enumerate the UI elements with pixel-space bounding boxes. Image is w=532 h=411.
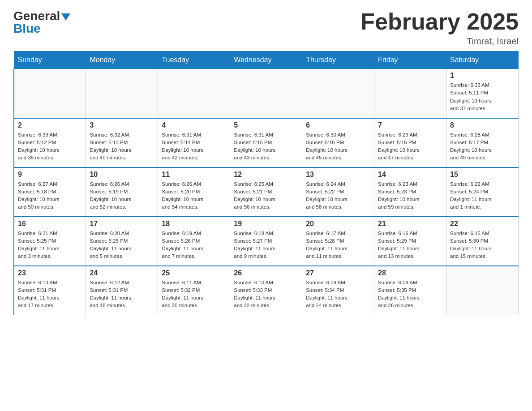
calendar-header-row: SundayMondayTuesdayWednesdayThursdayFrid… [14,51,519,69]
calendar-cell [230,69,302,118]
day-number: 5 [234,121,298,129]
calendar-cell [302,69,374,118]
day-info: Sunrise: 6:18 AM Sunset: 5:27 PM Dayligh… [234,230,298,261]
day-info: Sunrise: 6:16 AM Sunset: 5:29 PM Dayligh… [378,230,442,261]
calendar-cell [86,69,158,118]
day-header-saturday: Saturday [446,51,519,69]
day-info: Sunrise: 6:21 AM Sunset: 5:25 PM Dayligh… [18,230,82,261]
day-number: 1 [450,72,515,80]
calendar-cell: 13Sunrise: 6:24 AM Sunset: 5:22 PM Dayli… [302,167,374,217]
day-header-thursday: Thursday [302,51,374,69]
day-info: Sunrise: 6:26 AM Sunset: 5:20 PM Dayligh… [162,180,226,211]
day-number: 2 [18,121,82,129]
calendar-week-row: 9Sunrise: 6:27 AM Sunset: 5:18 PM Daylig… [14,167,519,217]
day-header-tuesday: Tuesday [158,51,230,69]
day-number: 20 [306,220,370,228]
day-info: Sunrise: 6:09 AM Sunset: 5:34 PM Dayligh… [306,279,370,310]
calendar-cell: 10Sunrise: 6:26 AM Sunset: 5:19 PM Dayli… [86,167,158,217]
day-number: 12 [234,171,298,179]
calendar-cell: 14Sunrise: 6:23 AM Sunset: 5:23 PM Dayli… [374,167,446,217]
calendar-table: SundayMondayTuesdayWednesdayThursdayFrid… [13,51,519,315]
day-number: 27 [306,269,370,277]
day-header-wednesday: Wednesday [230,51,302,69]
calendar-cell [14,69,86,118]
calendar-week-row: 2Sunrise: 6:33 AM Sunset: 5:12 PM Daylig… [14,118,519,167]
day-number: 21 [378,220,442,228]
day-info: Sunrise: 6:32 AM Sunset: 5:13 PM Dayligh… [90,131,154,162]
calendar-cell [374,69,446,118]
day-number: 18 [162,220,226,228]
day-info: Sunrise: 6:23 AM Sunset: 5:23 PM Dayligh… [378,180,442,211]
calendar-cell: 16Sunrise: 6:21 AM Sunset: 5:25 PM Dayli… [14,217,86,266]
day-header-monday: Monday [86,51,158,69]
day-number: 11 [162,171,226,179]
calendar-week-row: 16Sunrise: 6:21 AM Sunset: 5:25 PM Dayli… [14,217,519,266]
day-info: Sunrise: 6:31 AM Sunset: 5:15 PM Dayligh… [234,131,298,162]
calendar-cell [446,266,519,315]
day-number: 22 [450,220,515,228]
calendar-cell: 18Sunrise: 6:19 AM Sunset: 5:26 PM Dayli… [158,217,230,266]
month-title: February 2025 [360,9,519,34]
day-number: 7 [378,121,442,129]
calendar-cell: 8Sunrise: 6:28 AM Sunset: 5:17 PM Daylig… [446,118,519,167]
day-info: Sunrise: 6:17 AM Sunset: 5:28 PM Dayligh… [306,230,370,261]
calendar-cell: 5Sunrise: 6:31 AM Sunset: 5:15 PM Daylig… [230,118,302,167]
day-number: 4 [162,121,226,129]
day-info: Sunrise: 6:12 AM Sunset: 5:31 PM Dayligh… [90,279,154,310]
calendar-cell [158,69,230,118]
calendar-cell: 4Sunrise: 6:31 AM Sunset: 5:14 PM Daylig… [158,118,230,167]
day-number: 17 [90,220,154,228]
calendar-cell: 21Sunrise: 6:16 AM Sunset: 5:29 PM Dayli… [374,217,446,266]
day-info: Sunrise: 6:13 AM Sunset: 5:31 PM Dayligh… [18,279,82,310]
calendar-cell: 19Sunrise: 6:18 AM Sunset: 5:27 PM Dayli… [230,217,302,266]
logo: General Blue [13,9,70,36]
day-header-friday: Friday [374,51,446,69]
day-info: Sunrise: 6:31 AM Sunset: 5:14 PM Dayligh… [162,131,226,162]
calendar-week-row: 23Sunrise: 6:13 AM Sunset: 5:31 PM Dayli… [14,266,519,315]
day-number: 15 [450,171,515,179]
calendar-cell: 25Sunrise: 6:11 AM Sunset: 5:32 PM Dayli… [158,266,230,315]
calendar-cell: 7Sunrise: 6:29 AM Sunset: 5:16 PM Daylig… [374,118,446,167]
day-number: 23 [18,269,82,277]
calendar-cell: 26Sunrise: 6:10 AM Sunset: 5:33 PM Dayli… [230,266,302,315]
logo-blue-label: Blue [13,21,41,36]
day-number: 25 [162,269,226,277]
day-number: 9 [18,171,82,179]
calendar-cell: 11Sunrise: 6:26 AM Sunset: 5:20 PM Dayli… [158,167,230,217]
title-block: February 2025 Timrat, Israel [360,9,519,47]
logo-triangle-icon [61,13,70,21]
calendar-cell: 2Sunrise: 6:33 AM Sunset: 5:12 PM Daylig… [14,118,86,167]
day-number: 6 [306,121,370,129]
day-info: Sunrise: 6:28 AM Sunset: 5:17 PM Dayligh… [450,131,515,162]
day-number: 26 [234,269,298,277]
calendar-cell: 24Sunrise: 6:12 AM Sunset: 5:31 PM Dayli… [86,266,158,315]
day-number: 16 [18,220,82,228]
day-info: Sunrise: 6:30 AM Sunset: 5:16 PM Dayligh… [306,131,370,162]
day-info: Sunrise: 6:11 AM Sunset: 5:32 PM Dayligh… [162,279,226,310]
calendar-cell: 1Sunrise: 6:33 AM Sunset: 5:11 PM Daylig… [446,69,519,118]
day-number: 24 [90,269,154,277]
day-info: Sunrise: 6:24 AM Sunset: 5:22 PM Dayligh… [306,180,370,211]
day-info: Sunrise: 6:33 AM Sunset: 5:12 PM Dayligh… [18,131,82,162]
day-info: Sunrise: 6:25 AM Sunset: 5:21 PM Dayligh… [234,180,298,211]
day-number: 14 [378,171,442,179]
calendar-cell: 23Sunrise: 6:13 AM Sunset: 5:31 PM Dayli… [14,266,86,315]
calendar-cell: 27Sunrise: 6:09 AM Sunset: 5:34 PM Dayli… [302,266,374,315]
location-label: Timrat, Israel [360,36,519,47]
day-info: Sunrise: 6:33 AM Sunset: 5:11 PM Dayligh… [450,81,515,112]
day-info: Sunrise: 6:10 AM Sunset: 5:33 PM Dayligh… [234,279,298,310]
day-header-sunday: Sunday [14,51,86,69]
calendar-cell: 6Sunrise: 6:30 AM Sunset: 5:16 PM Daylig… [302,118,374,167]
page-header: General Blue February 2025 Timrat, Israe… [13,9,519,47]
calendar-cell: 3Sunrise: 6:32 AM Sunset: 5:13 PM Daylig… [86,118,158,167]
day-info: Sunrise: 6:29 AM Sunset: 5:16 PM Dayligh… [378,131,442,162]
day-info: Sunrise: 6:19 AM Sunset: 5:26 PM Dayligh… [162,230,226,261]
calendar-cell: 20Sunrise: 6:17 AM Sunset: 5:28 PM Dayli… [302,217,374,266]
calendar-week-row: 1Sunrise: 6:33 AM Sunset: 5:11 PM Daylig… [14,69,519,118]
day-number: 28 [378,269,442,277]
day-number: 8 [450,121,515,129]
calendar-cell: 22Sunrise: 6:15 AM Sunset: 5:30 PM Dayli… [446,217,519,266]
day-info: Sunrise: 6:20 AM Sunset: 5:25 PM Dayligh… [90,230,154,261]
calendar-cell: 15Sunrise: 6:22 AM Sunset: 5:24 PM Dayli… [446,167,519,217]
calendar-cell: 17Sunrise: 6:20 AM Sunset: 5:25 PM Dayli… [86,217,158,266]
